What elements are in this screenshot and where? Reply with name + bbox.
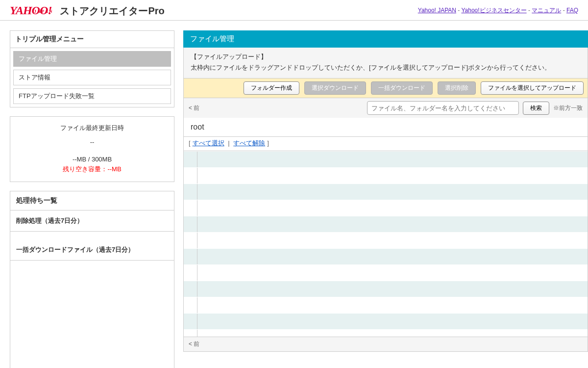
main: ファイル管理 【ファイルアップロード】 太枠内にファイルをドラッグアンドドロップ… <box>183 30 588 368</box>
sidebar-item-ftp-fail[interactable]: FTPアップロード失敗一覧 <box>13 88 171 104</box>
list-item[interactable] <box>184 329 588 337</box>
search-bar: < 前 検索 ※前方一致 <box>183 98 588 118</box>
upload-desc: 太枠内にファイルをドラッグアンドドロップしていただくか、[ファイルを選択してアッ… <box>191 63 581 72</box>
search-hint: ※前方一致 <box>553 104 583 112</box>
search-row: 検索 ※前方一致 <box>367 101 583 115</box>
list-item[interactable] <box>184 264 588 281</box>
list-item[interactable] <box>184 232 588 248</box>
select-all-link[interactable]: すべて選択 <box>193 139 224 147</box>
row-handle <box>184 314 197 329</box>
row-handle <box>184 249 197 264</box>
sidebar-menu-panel: トリプル管理メニュー ファイル管理 ストア情報 FTPアップロード失敗一覧 <box>10 30 174 107</box>
queue-item-delete-body <box>10 232 174 239</box>
list-item[interactable] <box>184 151 588 167</box>
download-selected-button: 選択ダウンロード <box>304 81 366 95</box>
delete-selected-button: 選択削除 <box>438 81 476 95</box>
upload-file-button[interactable]: ファイルを選択してアップロード <box>481 81 584 95</box>
product-name-pro: Pro <box>148 5 164 16</box>
list-item[interactable] <box>184 248 588 264</box>
back-link-top[interactable]: < 前 <box>189 104 199 112</box>
list-item[interactable] <box>184 184 588 200</box>
search-input[interactable] <box>367 101 519 115</box>
file-info-panel: ファイル最終更新日時 -- --MB / 300MB 残り空き容量：--MB <box>10 116 174 182</box>
sidebar: トリプル管理メニュー ファイル管理 ストア情報 FTPアップロード失敗一覧 ファ… <box>10 30 174 368</box>
file-list[interactable] <box>183 151 588 337</box>
row-handle <box>184 200 197 216</box>
nav-link-faq[interactable]: FAQ <box>566 7 578 14</box>
download-bulk-button: 一括ダウンロード <box>371 81 433 95</box>
row-handle <box>184 184 197 200</box>
list-item[interactable] <box>184 216 588 232</box>
breadcrumb: root <box>183 118 588 137</box>
yahoo-japan-sub: JAPAN <box>34 9 53 14</box>
logo: YAHOO! JAPAN ストアクリエイターPro <box>10 4 165 18</box>
queue-title: 処理待ち一覧 <box>10 191 174 210</box>
row-handle <box>184 281 197 297</box>
row-handle <box>184 265 197 281</box>
upload-heading: 【ファイルアップロード】 <box>191 53 581 61</box>
nav-sep: - <box>561 7 566 14</box>
select-none-link[interactable]: すべて解除 <box>233 139 265 147</box>
list-item[interactable] <box>184 313 588 329</box>
nav-link-manual[interactable]: マニュアル <box>532 7 561 14</box>
file-info-remain: 残り空き容量：--MB <box>14 165 170 174</box>
row-handle <box>184 216 197 232</box>
row-handle <box>184 168 197 184</box>
select-links: [すべて選択 | すべて解除] <box>183 137 588 151</box>
file-info-quota: --MB / 300MB <box>14 156 170 163</box>
back-link-bottom[interactable]: < 前 <box>189 341 199 347</box>
nav-sep: - <box>527 7 532 14</box>
sidebar-item-store-info[interactable]: ストア情報 <box>13 70 171 85</box>
toolbar: フォルダー作成 選択ダウンロード 一括ダウンロード 選択削除 ファイルを選択して… <box>183 79 588 98</box>
product-name-jp: ストアクリエイター <box>60 5 148 16</box>
header: YAHOO! JAPAN ストアクリエイターPro Yahoo! JAPAN -… <box>0 0 588 21</box>
list-item[interactable] <box>184 281 588 297</box>
select-sep: | <box>226 139 232 147</box>
list-item[interactable] <box>184 167 588 184</box>
upload-info-box: 【ファイルアップロード】 太枠内にファイルをドラッグアンドドロップしていただくか… <box>183 48 588 79</box>
nav-sep: - <box>456 7 461 14</box>
sidebar-item-file-manage[interactable]: ファイル管理 <box>13 51 171 67</box>
queue-item-bulk-dl[interactable]: 一括ダウンロードファイル（過去7日分） <box>10 239 174 261</box>
file-info-updated: -- <box>14 138 170 146</box>
row-handle <box>184 330 197 337</box>
sidebar-menu-list: ファイル管理 ストア情報 FTPアップロード失敗一覧 <box>10 48 174 107</box>
product-name: ストアクリエイターPro <box>60 4 164 18</box>
select-close: ] <box>267 139 269 147</box>
row-handle <box>184 297 197 313</box>
row-handle <box>184 233 197 248</box>
list-item[interactable] <box>184 297 588 313</box>
file-info-title: ファイル最終更新日時 <box>14 124 170 132</box>
bottom-bar: < 前 <box>183 337 588 352</box>
top-nav: Yahoo! JAPAN - Yahoo!ビジネスセンター - マニュアル - … <box>418 6 578 15</box>
queue-item-bulk-dl-body <box>10 261 174 368</box>
queue-item-delete[interactable]: 削除処理（過去7日分） <box>10 210 174 232</box>
nav-link-yj[interactable]: Yahoo! JAPAN <box>418 7 456 14</box>
row-handle <box>184 152 197 167</box>
main-title: ファイル管理 <box>183 30 588 48</box>
search-button[interactable]: 検索 <box>523 102 549 115</box>
list-item[interactable] <box>184 200 588 216</box>
select-open: [ <box>189 139 191 147</box>
create-folder-button[interactable]: フォルダー作成 <box>244 81 299 95</box>
sidebar-menu-title: トリプル管理メニュー <box>10 31 174 48</box>
queue-panel: 処理待ち一覧 削除処理（過去7日分） 一括ダウンロードファイル（過去7日分） <box>10 191 174 368</box>
nav-link-biz[interactable]: Yahoo!ビジネスセンター <box>461 7 526 14</box>
